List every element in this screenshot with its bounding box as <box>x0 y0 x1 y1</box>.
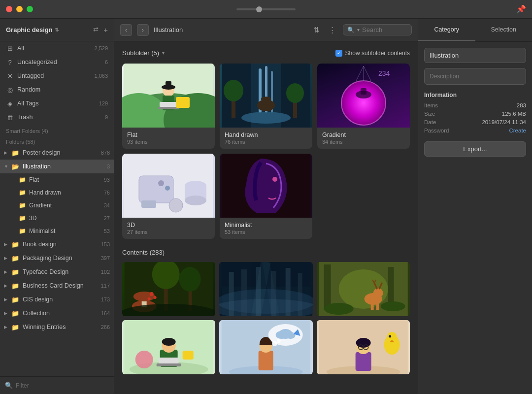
subfolder-card-handdrawn[interactable]: Hand drawn 76 items <box>220 64 312 149</box>
content-item-3[interactable] <box>317 262 410 316</box>
maximize-button[interactable] <box>27 6 33 12</box>
filter-button[interactable]: ⋮ <box>327 24 338 36</box>
folder-winning[interactable]: ▶ 📁 Winning Entries 266 <box>0 320 114 334</box>
info-row-date: Date 2019/07/24 11:34 <box>424 119 526 125</box>
subfolder-section-label[interactable]: Subfolder (5) ▾ <box>122 49 165 57</box>
subfolder-icon-handdrawn: 📁 <box>19 189 27 196</box>
subfolder-card-3d[interactable]: 3D 27 items <box>122 154 215 239</box>
folder-illustration[interactable]: ▼ 📂 Illustration 3 <box>0 160 114 173</box>
contents-grid <box>122 262 410 374</box>
title-slider[interactable] <box>236 8 296 10</box>
workspace-dropdown-icon: ⇅ <box>55 27 59 33</box>
sidebar-scroll: ⊞ All 2,529 ? Uncategorized 6 ✕ Untagged… <box>0 41 114 376</box>
nav-back-button[interactable]: ‹ <box>120 24 132 36</box>
workspace-selector[interactable]: Graphic design ⇅ <box>6 26 89 33</box>
folder-typeface[interactable]: ▶ 📁 Typeface Design 102 <box>0 265 114 279</box>
content-item-4[interactable] <box>122 320 215 374</box>
tab-selection[interactable]: Selection <box>475 19 532 41</box>
random-label: Random <box>17 86 108 93</box>
sort-button[interactable]: ⇅ <box>311 24 322 36</box>
folder-poster-design[interactable]: ▶ 📁 Poster design 878 <box>0 146 114 160</box>
sidebar-item-all[interactable]: ⊞ All 2,529 <box>0 41 114 55</box>
expand-arrow-book: ▶ <box>4 242 9 247</box>
content-item-6[interactable] <box>317 320 410 374</box>
tab-category[interactable]: Category <box>418 19 475 41</box>
password-create-link[interactable]: Create <box>509 128 526 133</box>
folder-cis[interactable]: ▶ 📁 CIS design 173 <box>0 293 114 306</box>
folder-icon-poster: 📁 <box>11 149 20 157</box>
search-dropdown-icon[interactable]: ▾ <box>357 27 360 33</box>
folder-business-card[interactable]: ▶ 📁 Business Card Design 117 <box>0 279 114 293</box>
nav-forward-button[interactable]: › <box>137 24 149 36</box>
subfolder-minimalist[interactable]: 📁 Minimalist 53 <box>0 225 114 237</box>
expand-arrow-cis: ▶ <box>4 297 9 302</box>
close-button[interactable] <box>6 6 12 12</box>
subfolder-label-3d: 3D <box>29 215 101 222</box>
content-item-2[interactable] <box>219 262 312 316</box>
switch-icon[interactable]: ⇄ <box>93 26 99 34</box>
folder-icon-collection: 📁 <box>11 310 20 317</box>
export-button[interactable]: Export... <box>424 141 526 157</box>
subfolder-count-minimalist: 53 <box>104 228 110 234</box>
subfolder-count-handdrawn: 76 <box>104 190 110 196</box>
svg-line-30 <box>364 66 371 81</box>
items-value: 283 <box>517 102 526 108</box>
info-row-size: Size 125.6 MB <box>424 111 526 117</box>
subfolder-thumb-handdrawn <box>220 64 312 128</box>
subfolder-name-handdrawn: Hand drawn <box>225 131 307 138</box>
subfolder-card-gradient[interactable]: 234 <box>317 64 410 149</box>
all-icon: ⊞ <box>6 45 14 52</box>
subfolder-info-minimalist: Minimalist 53 items <box>220 218 312 239</box>
show-subfolder-toggle[interactable]: ✓ Show subfolder contents <box>335 50 410 57</box>
svg-text:234: 234 <box>378 69 390 77</box>
sidebar-item-untagged[interactable]: ✕ Untagged 1,063 <box>0 69 114 83</box>
subfolder-hand-drawn[interactable]: 📁 Hand drawn 76 <box>0 186 114 199</box>
svg-rect-9 <box>166 81 171 87</box>
svg-point-115 <box>389 335 391 338</box>
filter-input[interactable] <box>16 382 109 389</box>
show-subfolder-checkbox[interactable]: ✓ <box>335 50 342 57</box>
folder-count-cis: 173 <box>101 296 110 302</box>
content-item-1[interactable] <box>122 262 215 316</box>
subfolder-card-flat[interactable]: Flat 93 items <box>122 64 215 149</box>
add-folder-icon[interactable]: + <box>103 26 108 34</box>
info-row-items: Items 283 <box>424 102 526 108</box>
subfolder-label-gradient: Gradient <box>29 202 101 209</box>
all-tags-icon: ◈ <box>6 100 14 107</box>
folder-icon-book: 📁 <box>11 241 20 248</box>
sidebar-item-all-tags[interactable]: ◈ All Tags 129 <box>0 97 114 110</box>
subfolder-3d[interactable]: 📁 3D 27 <box>0 212 114 225</box>
right-panel-body: Information Items 283 Size 125.6 MB Date… <box>418 42 532 394</box>
content-item-5[interactable] <box>219 320 312 374</box>
description-input[interactable] <box>424 68 526 85</box>
folder-icon-winning: 📁 <box>11 324 20 331</box>
sidebar-header: Graphic design ⇅ ⇄ + <box>0 19 114 41</box>
minimize-button[interactable] <box>16 6 23 12</box>
info-row-password: Password Create <box>424 128 526 133</box>
subfolder-name-3d: 3D <box>127 222 210 229</box>
folder-collection[interactable]: ▶ 📁 Collection 164 <box>0 306 114 320</box>
folder-label-poster: Poster design <box>23 149 99 156</box>
expand-arrow-collection: ▶ <box>4 311 9 316</box>
folder-label-book: Book design <box>23 241 99 248</box>
subfolder-count-3d: 27 <box>104 215 110 221</box>
sidebar-item-trash[interactable]: 🗑 Trash 9 <box>0 110 114 124</box>
pin-icon[interactable]: 📌 <box>516 4 526 14</box>
trash-label: Trash <box>17 114 101 121</box>
folder-book-design[interactable]: ▶ 📁 Book design 153 <box>0 237 114 251</box>
uncategorized-count: 6 <box>105 59 108 65</box>
sidebar-item-uncategorized[interactable]: ? Uncategorized 6 <box>0 55 114 69</box>
search-input[interactable] <box>362 26 406 33</box>
subfolder-gradient[interactable]: 📁 Gradient 34 <box>0 199 114 212</box>
svg-point-98 <box>277 339 281 343</box>
folder-packaging[interactable]: ▶ 📁 Packaging Design 397 <box>0 251 114 265</box>
forward-icon: › <box>142 27 144 33</box>
category-name-input[interactable] <box>424 48 526 63</box>
all-tags-count: 129 <box>99 100 108 106</box>
subfolder-flat[interactable]: 📁 Flat 93 <box>0 173 114 186</box>
show-subfolder-label: Show subfolder contents <box>345 50 410 57</box>
svg-point-53 <box>154 296 157 299</box>
folder-count-winning: 266 <box>101 324 110 330</box>
sidebar-item-random[interactable]: ◎ Random <box>0 83 114 97</box>
subfolder-card-minimalist[interactable]: Minimalist 53 items <box>220 154 312 239</box>
